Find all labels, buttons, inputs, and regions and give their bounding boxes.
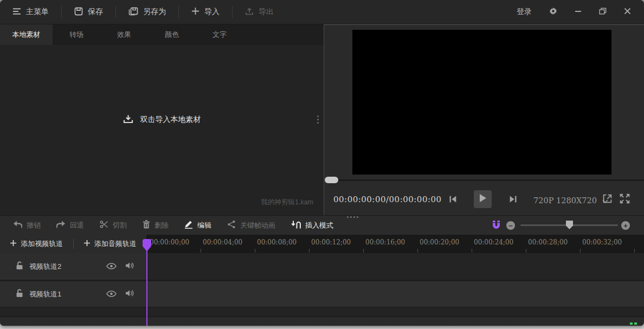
ruler-label: 00:00:08;00 (257, 238, 297, 246)
track-header-video2: 视频轨道2 (0, 253, 146, 280)
insert-mode-label: 插入模式 (305, 221, 333, 230)
track-lane-video1[interactable] (146, 281, 644, 307)
restore-icon (599, 7, 607, 17)
close-button[interactable] (624, 7, 631, 17)
redo-icon (56, 221, 66, 230)
undo-button[interactable]: 撤销 (13, 221, 41, 230)
skip-to-start-button[interactable] (449, 195, 457, 205)
ruler-tick (363, 249, 364, 253)
edit-label: 编辑 (197, 221, 211, 230)
restore-button[interactable] (599, 7, 607, 17)
timeline-zoom-in-button[interactable]: + (621, 221, 630, 230)
redo-label: 回退 (70, 221, 84, 230)
ruler-tick (417, 249, 418, 253)
playhead-handle[interactable] (143, 239, 151, 247)
add-audio-track-label: 添加音频轨道 (94, 239, 137, 249)
local-media-panel: 双击导入本地素材 我的神剪辑1.kam (0, 45, 324, 215)
tab-text[interactable]: 文字 (196, 24, 243, 45)
ruler-label: 00:00:16;00 (365, 238, 405, 246)
ruler-tick (526, 249, 526, 253)
video-preview (352, 30, 611, 175)
cut-button[interactable]: 切割 (100, 220, 127, 230)
preview-seek-bar[interactable] (324, 179, 644, 181)
track-lane-video2[interactable] (146, 253, 644, 280)
add-video-track-button[interactable]: 添加视频轨道 (0, 239, 73, 249)
import-media-dropzone[interactable]: 双击导入本地素材 (0, 114, 324, 125)
track-name: 视频轨道2 (29, 262, 61, 272)
add-audio-track-button[interactable]: 添加音频轨道 (74, 239, 147, 249)
ruler-label: 00:00:24;00 (474, 238, 513, 246)
fullscreen-button[interactable] (620, 193, 630, 206)
save-icon (74, 7, 83, 17)
ruler-tick (580, 249, 581, 253)
ruler-label: 00:00:20;00 (420, 238, 459, 246)
save-as-button[interactable]: 另存为 (116, 0, 178, 24)
skip-end-icon (509, 195, 517, 205)
scissors-icon (100, 220, 108, 230)
login-button[interactable]: 登录 (517, 7, 532, 17)
plus-icon (191, 7, 199, 17)
preview-panel: 00:00:00:00/00:00:00:00 720P 1280X720 (324, 24, 644, 215)
lock-open-icon[interactable] (16, 261, 23, 272)
ruler-label: 00:00:12;00 (311, 238, 351, 246)
eye-icon[interactable] (106, 262, 117, 272)
keyframe-animation-button[interactable]: 关键帧动画 (227, 220, 275, 230)
save-button[interactable]: 保存 (62, 0, 115, 24)
zoom-out-icon: − (506, 221, 515, 230)
skip-start-icon (449, 195, 457, 205)
import-button[interactable]: 导入 (179, 0, 232, 24)
undo-icon (13, 221, 22, 230)
delete-button[interactable]: 删除 (143, 220, 169, 230)
redo-button[interactable]: 回退 (56, 221, 84, 230)
minimize-icon (575, 7, 582, 17)
play-button[interactable] (474, 190, 492, 208)
gear-icon (549, 7, 557, 17)
skip-to-end-button[interactable] (509, 195, 517, 205)
snapshot-button[interactable] (602, 193, 613, 206)
export-icon (245, 7, 254, 17)
speaker-icon[interactable] (125, 262, 134, 272)
trash-icon (143, 220, 150, 230)
edit-button[interactable]: 编辑 (184, 220, 211, 230)
delete-label: 删除 (154, 221, 169, 230)
ruler-tick (201, 249, 201, 253)
snap-toggle-button[interactable] (491, 220, 501, 233)
resolution-dropdown[interactable]: 720P 1280X720 (533, 196, 608, 205)
preview-seek-handle[interactable] (325, 177, 338, 183)
track-name: 视频轨道1 (29, 289, 61, 299)
play-icon (479, 193, 487, 205)
ruler-tick (255, 249, 255, 253)
tab-color[interactable]: 颜色 (148, 24, 196, 45)
minimize-button[interactable] (575, 7, 582, 17)
speaker-icon[interactable] (125, 289, 134, 299)
ruler-tick (472, 249, 472, 253)
eye-icon[interactable] (106, 289, 117, 299)
export-label: 导出 (259, 7, 274, 17)
tab-local-media[interactable]: 本地素材 (0, 24, 53, 45)
track-header-video1: 视频轨道1 (0, 281, 146, 307)
horizontal-resize-handle[interactable] (347, 216, 358, 218)
cut-label: 切割 (113, 221, 127, 230)
timeline-zoom-out-button[interactable]: − (506, 221, 515, 230)
export-button[interactable]: 导出 (233, 0, 286, 24)
download-icon (123, 114, 133, 125)
fullscreen-icon (620, 193, 630, 206)
media-panel-tabs: 本地素材 转场 效果 颜色 文字 (0, 24, 324, 45)
edit-toolbar: 撤销 回退 切割 删除 编辑 关键帧动画 插入模式 − + (0, 215, 644, 235)
ruler-label: 00:00:00;00 (150, 238, 189, 246)
ruler-tick (309, 249, 310, 253)
lock-open-icon[interactable] (16, 289, 23, 300)
timecode-display: 00:00:00:00/00:00:00:00 (333, 195, 442, 204)
timeline-zoom-slider-handle[interactable] (566, 221, 573, 229)
plus-icon (10, 240, 17, 248)
add-video-track-label: 添加视频轨道 (21, 239, 63, 249)
tab-transitions[interactable]: 转场 (53, 24, 100, 45)
insert-mode-button[interactable]: 插入模式 (291, 221, 333, 230)
timeline-ruler[interactable]: 00:00:00;00 00:00:04;00 00:00:08;00 00:0… (146, 235, 644, 253)
settings-button[interactable] (549, 7, 557, 17)
timeline-header: 添加视频轨道 添加音频轨道 00:00:00;00 00:00:04;00 00… (0, 235, 644, 253)
tab-effects[interactable]: 效果 (100, 24, 148, 45)
vertical-resize-handle[interactable] (317, 115, 319, 124)
import-label: 导入 (204, 7, 220, 17)
main-menu-button[interactable]: 主菜单 (0, 0, 61, 24)
